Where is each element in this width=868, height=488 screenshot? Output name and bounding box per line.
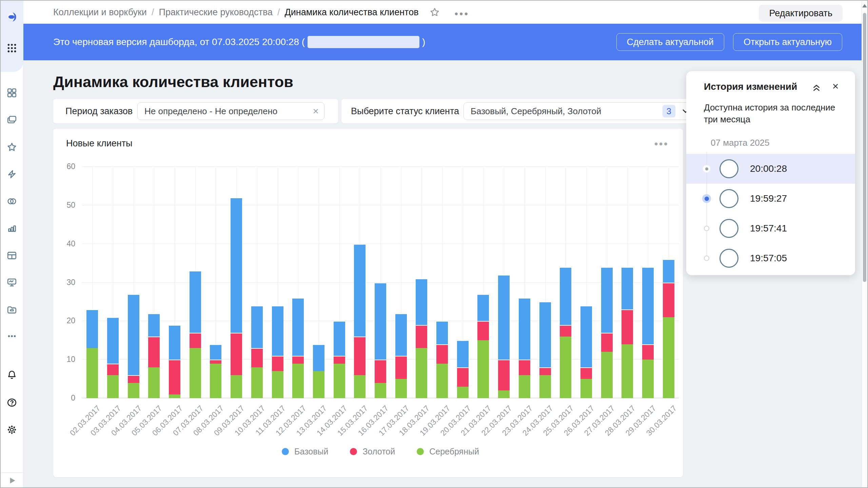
bar-segment[interactable]	[395, 313, 407, 356]
bar-segment[interactable]	[622, 344, 633, 398]
bar-segment[interactable]	[375, 383, 386, 399]
notifications-bell-icon[interactable]	[6, 369, 18, 381]
legend-item[interactable]: Серебряный	[417, 447, 479, 456]
open-actual-button[interactable]: Открыть актуальную	[733, 33, 842, 51]
bar-segment[interactable]	[375, 283, 386, 360]
edit-button[interactable]: Редактировать	[759, 5, 843, 22]
chart-menu-icon[interactable]: •••	[654, 138, 669, 150]
history-item[interactable]: 19:57:05	[686, 243, 855, 273]
stacked-bar[interactable]	[169, 325, 180, 398]
bar-segment[interactable]	[107, 364, 119, 375]
bar-segment[interactable]	[148, 313, 160, 337]
close-panel-icon[interactable]: ×	[830, 81, 841, 92]
bar-segment[interactable]	[601, 333, 613, 352]
bar-segment[interactable]	[539, 367, 551, 375]
bar-segment[interactable]	[663, 317, 674, 398]
stacked-bar[interactable]	[375, 283, 386, 398]
stacked-bar[interactable]	[292, 298, 304, 398]
bar-segment[interactable]	[251, 348, 263, 367]
bar-segment[interactable]	[313, 344, 324, 371]
bar-segment[interactable]	[395, 379, 407, 398]
period-filter-input[interactable]: Не определено - Не определено ×	[137, 102, 324, 120]
datasets-table-icon[interactable]	[6, 250, 18, 261]
legend-item[interactable]: Базовый	[282, 447, 328, 456]
bar-segment[interactable]	[436, 364, 448, 398]
bar-segment[interactable]	[231, 375, 242, 398]
bar-segment[interactable]	[107, 317, 119, 364]
bar-segment[interactable]	[210, 344, 221, 360]
bar-segment[interactable]	[622, 267, 633, 309]
legend-item[interactable]: Золотой	[350, 447, 395, 456]
bar-segment[interactable]	[560, 267, 571, 325]
version-radio[interactable]	[704, 226, 709, 231]
history-item[interactable]: 19:57:41	[686, 214, 855, 243]
stacked-bar[interactable]	[416, 279, 427, 398]
breadcrumb-more-icon[interactable]: •••	[455, 11, 470, 14]
stacked-bar[interactable]	[395, 313, 407, 398]
stacked-bar[interactable]	[663, 259, 674, 398]
bar-segment[interactable]	[663, 259, 674, 282]
bar-segment[interactable]	[436, 321, 448, 344]
stacked-bar[interactable]	[436, 321, 448, 398]
storage-folder-cloud-icon[interactable]	[6, 304, 18, 316]
quick-actions-lightning-icon[interactable]	[6, 168, 18, 180]
bar-segment[interactable]	[642, 344, 654, 360]
bar-segment[interactable]	[292, 298, 304, 356]
bar-segment[interactable]	[601, 267, 613, 333]
stacked-bar[interactable]	[128, 294, 139, 398]
version-radio-selected[interactable]	[702, 194, 711, 203]
bar-segment[interactable]	[560, 325, 571, 337]
breadcrumb-collections[interactable]: Коллекции и воркбуки	[53, 7, 147, 18]
bar-segment[interactable]	[519, 375, 530, 398]
bar-segment[interactable]	[580, 306, 592, 367]
apps-grid-icon[interactable]	[6, 42, 18, 54]
bar-segment[interactable]	[622, 309, 633, 344]
stacked-bar[interactable]	[622, 267, 633, 398]
bar-segment[interactable]	[169, 394, 180, 398]
bar-segment[interactable]	[272, 371, 283, 398]
bar-segment[interactable]	[231, 198, 242, 332]
bar-segment[interactable]	[601, 352, 613, 398]
bar-segment[interactable]	[580, 367, 592, 379]
bar-segment[interactable]	[190, 333, 201, 348]
bar-segment[interactable]	[498, 390, 510, 398]
bar-segment[interactable]	[457, 367, 469, 387]
help-icon[interactable]	[6, 397, 18, 408]
bar-segment[interactable]	[190, 271, 201, 332]
sidebar-more-icon[interactable]	[6, 330, 18, 342]
bar-segment[interactable]	[354, 337, 366, 375]
bar-segment[interactable]	[231, 333, 242, 375]
stacked-bar[interactable]	[539, 302, 551, 398]
history-item[interactable]: 20:00:28	[686, 154, 855, 184]
stacked-bar[interactable]	[642, 267, 654, 398]
bar-segment[interactable]	[190, 348, 201, 398]
scrollbar-up-arrow-icon[interactable]	[862, 4, 867, 7]
stacked-bar[interactable]	[231, 198, 242, 398]
settings-gear-icon[interactable]	[6, 424, 18, 435]
breadcrumb-guides[interactable]: Практические руководства	[159, 7, 272, 18]
stacked-bar[interactable]	[354, 244, 366, 398]
favorites-star-icon[interactable]	[6, 141, 18, 153]
bar-segment[interactable]	[272, 306, 283, 356]
bar-segment[interactable]	[436, 344, 448, 364]
scrollbar-thumb[interactable]	[863, 13, 866, 282]
bar-segment[interactable]	[457, 340, 469, 367]
bar-segment[interactable]	[580, 379, 592, 398]
stacked-bar[interactable]	[313, 344, 324, 398]
bar-segment[interactable]	[642, 267, 654, 344]
bar-segment[interactable]	[128, 383, 139, 399]
bar-segment[interactable]	[498, 360, 510, 390]
bar-segment[interactable]	[663, 283, 674, 317]
status-filter-select[interactable]: Базовый, Серебряный, Золотой 3	[463, 102, 697, 120]
stacked-bar[interactable]	[519, 298, 530, 398]
stacked-bar[interactable]	[251, 306, 263, 398]
charts-icon[interactable]	[6, 223, 18, 234]
bar-segment[interactable]	[539, 302, 551, 367]
bar-segment[interactable]	[477, 294, 489, 321]
bar-segment[interactable]	[251, 367, 263, 398]
bar-segment[interactable]	[86, 309, 98, 348]
bar-segment[interactable]	[128, 294, 139, 375]
bar-segment[interactable]	[539, 375, 551, 398]
bar-segment[interactable]	[498, 275, 510, 360]
bar-segment[interactable]	[272, 356, 283, 371]
